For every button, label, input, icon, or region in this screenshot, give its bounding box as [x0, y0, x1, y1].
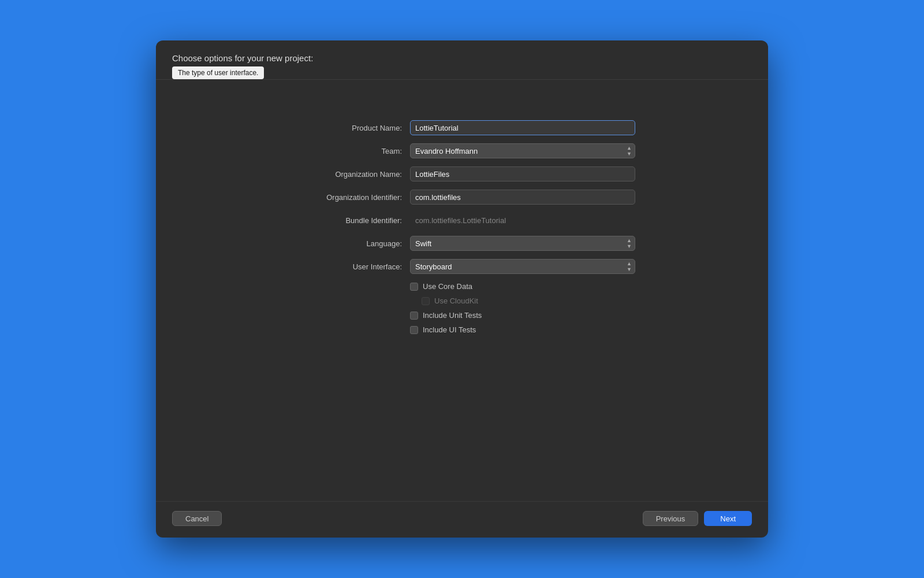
- team-select-wrapper: Evandro Hoffmann ▲ ▼: [410, 143, 635, 158]
- use-cloudkit-row: Use CloudKit: [422, 297, 635, 305]
- ui-label: User Interface:: [289, 262, 410, 271]
- bundle-id-label: Bundle Identifier:: [289, 216, 410, 225]
- ui-select[interactable]: Storyboard SwiftUI: [410, 259, 635, 274]
- dialog-header: Choose options for your new project: The…: [156, 40, 768, 79]
- language-select-wrapper: Swift Objective-C ▲ ▼: [410, 236, 635, 251]
- footer-right: Previous Next: [643, 511, 752, 526]
- org-id-input[interactable]: [410, 190, 635, 205]
- dialog-content: Product Name: Team: Evandro Hoffmann ▲ ▼: [156, 97, 768, 501]
- dialog-footer: Cancel Previous Next: [156, 501, 768, 538]
- new-project-dialog: Choose options for your new project: The…: [156, 40, 768, 538]
- header-divider: [156, 79, 768, 80]
- include-ui-tests-checkbox[interactable]: [410, 326, 418, 334]
- ui-row: User Interface: Storyboard SwiftUI ▲ ▼: [289, 259, 635, 274]
- org-name-row: Organization Name:: [289, 166, 635, 181]
- bundle-id-input: [410, 213, 635, 228]
- include-unit-tests-row: Include Unit Tests: [410, 311, 635, 320]
- include-ui-tests-label: Include UI Tests: [423, 325, 476, 334]
- use-cloudkit-checkbox[interactable]: [422, 297, 430, 305]
- product-name-input[interactable]: [410, 120, 635, 135]
- language-row: Language: Swift Objective-C ▲ ▼: [289, 236, 635, 251]
- team-select[interactable]: Evandro Hoffmann: [410, 143, 635, 158]
- use-core-data-checkbox[interactable]: [410, 283, 418, 291]
- cancel-button[interactable]: Cancel: [172, 511, 222, 526]
- include-ui-tests-row: Include UI Tests: [410, 325, 635, 334]
- use-cloudkit-label: Use CloudKit: [434, 297, 478, 305]
- language-select[interactable]: Swift Objective-C: [410, 236, 635, 251]
- include-unit-tests-checkbox[interactable]: [410, 312, 418, 320]
- bundle-id-row: Bundle Identifier:: [289, 213, 635, 228]
- tooltip-text: The type of user interface.: [172, 66, 264, 79]
- language-label: Language:: [289, 239, 410, 248]
- team-row: Team: Evandro Hoffmann ▲ ▼: [289, 143, 635, 158]
- org-name-input[interactable]: [410, 166, 635, 181]
- product-name-label: Product Name:: [289, 124, 410, 132]
- checkboxes-area: Use Core Data Use CloudKit Include Unit …: [289, 282, 635, 334]
- ui-select-wrapper: Storyboard SwiftUI ▲ ▼: [410, 259, 635, 274]
- dialog-title: Choose options for your new project:: [172, 53, 752, 63]
- use-core-data-label: Use Core Data: [423, 282, 472, 291]
- org-name-label: Organization Name:: [289, 170, 410, 179]
- use-core-data-row: Use Core Data: [410, 282, 635, 291]
- form-area: Product Name: Team: Evandro Hoffmann ▲ ▼: [289, 120, 635, 340]
- include-unit-tests-label: Include Unit Tests: [423, 311, 482, 320]
- product-name-row: Product Name:: [289, 120, 635, 135]
- org-id-label: Organization Identifier:: [289, 193, 410, 202]
- previous-button[interactable]: Previous: [643, 511, 699, 526]
- org-id-row: Organization Identifier:: [289, 190, 635, 205]
- next-button[interactable]: Next: [704, 511, 752, 526]
- team-label: Team:: [289, 147, 410, 155]
